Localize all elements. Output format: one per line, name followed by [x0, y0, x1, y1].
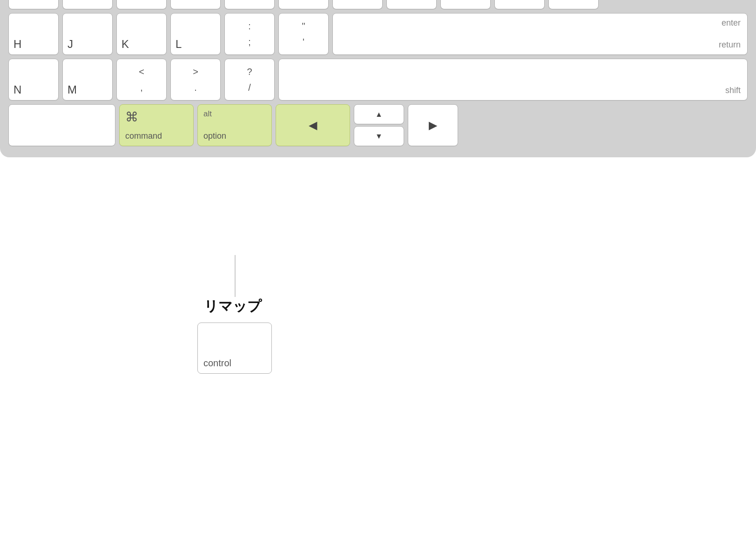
key-j[interactable]: J: [62, 13, 113, 55]
row-modifiers: ⌘ command alt option ◀ ▲ ▼: [8, 104, 748, 146]
key-partial-4: [170, 0, 221, 9]
key-k[interactable]: K: [116, 13, 167, 55]
key-comma-bottom: ,: [140, 82, 143, 93]
keyboard-body: H J K L : ; " ' enter r: [0, 0, 756, 157]
key-shift-right[interactable]: shift: [278, 59, 748, 101]
key-partial-backslash: [548, 0, 599, 9]
key-partial-1: [8, 0, 59, 9]
key-spacebar-left[interactable]: [8, 104, 115, 146]
key-command[interactable]: ⌘ command: [119, 104, 194, 146]
key-h[interactable]: H: [8, 13, 59, 55]
key-period[interactable]: > .: [170, 59, 221, 101]
key-slash-bottom: /: [248, 82, 251, 93]
key-partial-5: [224, 0, 275, 9]
key-right-arrow[interactable]: ▶: [408, 104, 458, 146]
key-shift-label: shift: [725, 86, 741, 95]
key-option-label: option: [203, 131, 266, 141]
key-n[interactable]: N: [8, 59, 59, 101]
key-quote[interactable]: " ': [278, 13, 329, 55]
key-semicolon[interactable]: : ;: [224, 13, 275, 55]
key-n-label: N: [14, 83, 54, 96]
key-return-label: return: [719, 40, 741, 50]
key-period-bottom: .: [194, 82, 197, 93]
key-command-label: command: [125, 131, 188, 141]
key-up-arrow[interactable]: ▲: [354, 104, 404, 124]
remap-label: リマップ: [204, 297, 262, 316]
key-enter[interactable]: enter return: [332, 13, 748, 55]
key-j-label: J: [68, 38, 108, 51]
key-singlequote: ': [303, 37, 304, 47]
key-partial-6: [278, 0, 329, 9]
key-down-arrow[interactable]: ▼: [354, 126, 404, 146]
connector-line: [235, 255, 236, 297]
annotation-section: リマップ control: [197, 255, 272, 374]
partial-top-row: [8, 0, 748, 9]
key-slash[interactable]: ? /: [224, 59, 275, 101]
key-arrows-ud-container: ▲ ▼: [354, 104, 404, 146]
key-doublequote: ": [302, 21, 305, 32]
key-partial-10: [494, 0, 545, 9]
right-arrow-symbol: ▶: [429, 119, 437, 132]
key-partial-9: [440, 0, 491, 9]
row-hjkl: H J K L : ; " ' enter r: [8, 13, 748, 55]
key-partial-8: [386, 0, 437, 9]
key-left-arrow[interactable]: ◀: [276, 104, 350, 146]
key-partial-3: [116, 0, 167, 9]
key-option[interactable]: alt option: [197, 104, 272, 146]
key-alt-label: alt: [203, 109, 266, 119]
key-question: ?: [247, 67, 252, 77]
key-comma[interactable]: < ,: [116, 59, 167, 101]
key-colon: :: [248, 21, 251, 32]
row-nm: N M < , > . ? / shift: [8, 59, 748, 101]
key-enter-top: enter: [722, 18, 741, 28]
key-partial-7: [332, 0, 383, 9]
key-partial-2: [62, 0, 113, 9]
down-arrow-symbol: ▼: [375, 132, 383, 141]
key-h-label: H: [14, 38, 54, 51]
key-semicolon-bottom: ;: [248, 37, 251, 47]
key-lt: <: [139, 67, 144, 77]
key-m-label: M: [68, 83, 108, 96]
keyboard-wrapper: H J K L : ; " ' enter r: [0, 0, 756, 157]
control-key-box[interactable]: control: [197, 323, 272, 374]
key-l-label: L: [176, 38, 216, 51]
key-l[interactable]: L: [170, 13, 221, 55]
command-symbol: ⌘: [125, 109, 188, 125]
key-gt: >: [193, 67, 198, 77]
key-m[interactable]: M: [62, 59, 113, 101]
up-arrow-symbol: ▲: [375, 110, 383, 119]
control-key-label: control: [203, 358, 231, 369]
left-arrow-symbol: ◀: [309, 119, 317, 132]
key-k-label: K: [122, 38, 162, 51]
